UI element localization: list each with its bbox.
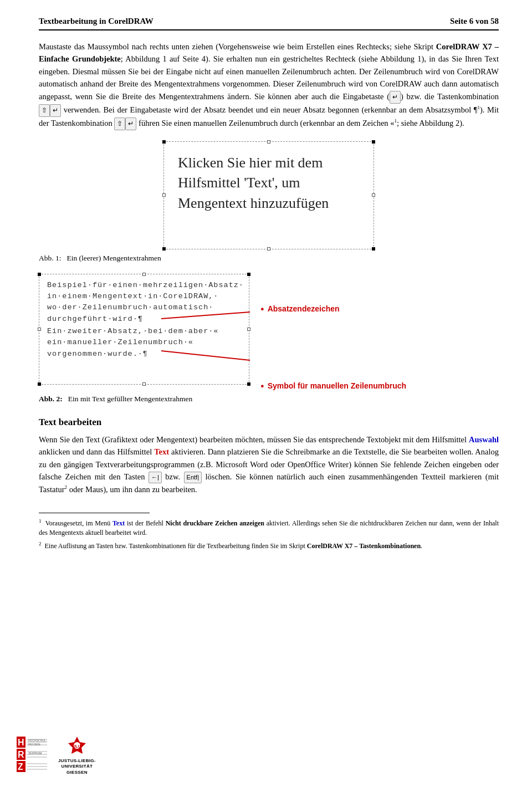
corner2-handle-br xyxy=(247,382,250,386)
footnote2-script-name: CorelDRAW X7 xyxy=(307,542,353,550)
footnotes-area: 1 Vorausgesetzt, im Menü Text ist der Be… xyxy=(39,518,499,551)
abb2-label-row: Abb. 2: Ein mit Text gefüllter Mengentex… xyxy=(39,395,499,403)
mid-handle-right xyxy=(372,193,375,197)
frame2-line2: in·einem·Mengentext·in·CorelDRAW,· xyxy=(47,291,241,302)
svg-text:H: H xyxy=(18,738,24,747)
mid2-handle-left xyxy=(38,328,41,331)
annotations-column: ● Absatzendezeichen ● Symbol für manuell… xyxy=(260,274,406,390)
frame2-content: Beispiel·für·einen·mehrzeiligen·Absatz· … xyxy=(39,274,249,366)
frame1-text: Klicken Sie hier mit dem Hilfsmittel 'Te… xyxy=(178,155,329,211)
uni-name-line2: UNIVERSITÄT xyxy=(58,764,96,769)
abb2-text: Ein mit Text gefüllter Mengentextrahmen xyxy=(68,395,193,403)
corner2-handle-bl xyxy=(38,382,41,386)
svg-text:ZENTRUM: ZENTRUM xyxy=(28,752,42,755)
mid-handle-top xyxy=(267,140,270,144)
svg-text:JLU: JLU xyxy=(73,744,80,748)
logo-area: H R Z HOCHSCHUL- xyxy=(17,734,96,775)
enter-key2-icon: ↵ xyxy=(50,104,61,117)
annotation-2-row: ● Symbol für manuellen Zeilenumbruch xyxy=(260,381,406,390)
figure-1-container: Klicken Sie hier mit dem Hilfsmittel 'Te… xyxy=(39,141,499,263)
section-heading-text-bearbeiten: Text bearbeiten xyxy=(39,417,499,428)
frame1-content: Klicken Sie hier mit dem Hilfsmittel 'Te… xyxy=(164,142,374,224)
uni-name-line1: JUSTUS-LIEBIG- xyxy=(58,758,96,764)
frame2-line3: wo·der·Zeilenumbruch·automatisch· xyxy=(47,302,241,313)
paragraph-1: Maustaste das Maussymbol nach rechts unt… xyxy=(39,40,499,130)
footnote1-menu-text: Text xyxy=(112,519,125,527)
text-frame-2: Beispiel·für·einen·mehrzeiligen·Absatz· … xyxy=(39,274,249,385)
mid2-handle-bottom xyxy=(142,382,146,386)
keyword-text: Text xyxy=(154,447,169,456)
mid2-handle-right xyxy=(247,328,250,331)
footnote-1: 1 Vorausgesetzt, im Menü Text ist der Be… xyxy=(39,518,499,538)
uni-name-line3: GIESSEN xyxy=(58,770,96,775)
frame2-line1: Beispiel·für·einen·mehrzeiligen·Absatz· xyxy=(47,280,241,291)
svg-text:HOCHSCHUL-: HOCHSCHUL- xyxy=(28,739,47,742)
abb2-label: Abb. 2: xyxy=(39,395,63,403)
shift-enter-combo: ⇧↵ xyxy=(39,104,61,117)
corner-handle-tr xyxy=(372,140,375,144)
corner2-handle-tl xyxy=(38,273,41,276)
footnote1-command: Nicht druckbare Zeichen anzeigen xyxy=(166,519,264,527)
page-header: Textbearbeitung in CorelDRAW Seite 6 von… xyxy=(39,17,499,30)
keyword-auswahl: Auswahl xyxy=(469,435,499,444)
mid-handle-bottom xyxy=(267,247,270,251)
enter-key-icon: ↵ xyxy=(390,91,401,104)
enter-key3-icon: ↵ xyxy=(125,117,136,130)
header-page: Seite 6 von 58 xyxy=(450,17,499,26)
abb1-label: Abb. 1: xyxy=(39,254,62,263)
hrz-logo: H R Z HOCHSCHUL- xyxy=(17,737,47,773)
abb1-label-row: Abb. 1: Ein (leerer) Mengentextrahmen xyxy=(39,254,499,263)
header-title: Textbearbeitung in CorelDRAW xyxy=(39,17,154,26)
shift-enter-combo2: ⇧↵ xyxy=(114,117,136,130)
university-crest-icon: JLU xyxy=(65,734,89,757)
svg-text:RECHEN-: RECHEN- xyxy=(28,743,41,746)
corner-handle-bl xyxy=(162,247,166,251)
corner2-handle-tr xyxy=(247,273,250,276)
page: Textbearbeitung in CorelDRAW Seite 6 von… xyxy=(0,0,532,792)
frame2-block2: Ein·zweiter·Absatz,·bei·dem·aber·« ein·m… xyxy=(47,326,241,360)
text-frame-1: Klicken Sie hier mit dem Hilfsmittel 'Te… xyxy=(163,141,374,249)
shift-key2-icon: ⇧ xyxy=(114,117,125,130)
figure-2-inner: Beispiel·für·einen·mehrzeiligen·Absatz· … xyxy=(39,274,499,390)
abb1-text: Ein (leerer) Mengentextrahmen xyxy=(67,254,161,263)
corner-handle-tl xyxy=(162,140,166,144)
university-name: JUSTUS-LIEBIG- UNIVERSITÄT GIESSEN xyxy=(58,758,96,775)
hrz-logo-graphic: H R Z HOCHSCHUL- xyxy=(17,737,47,773)
footnote-2: 2 Eine Auflistung an Tasten bzw. Tastenk… xyxy=(39,540,499,551)
hrz-svg-icon: H R Z HOCHSCHUL- xyxy=(17,737,47,773)
annotation-1-row: ● Absatzendezeichen xyxy=(260,304,406,313)
shift-key-icon: ⇧ xyxy=(39,104,50,117)
mid2-handle-top xyxy=(142,273,146,276)
footnote-1-num: 1 xyxy=(39,518,42,524)
paragraph-2: Wenn Sie den Text (Grafiktext oder Menge… xyxy=(39,433,499,496)
footnote-2-num: 2 xyxy=(39,541,42,546)
svg-text:Z: Z xyxy=(18,762,23,771)
p1-text: Maustaste das Maussymbol nach rechts unt… xyxy=(39,42,499,127)
annotation-2-text: Symbol für manuellen Zeilenumbruch xyxy=(268,381,406,390)
backspace-key-icon: ←| xyxy=(149,472,162,483)
frame2-line4: durchgeführt·wird·¶ xyxy=(47,314,241,325)
svg-text:R: R xyxy=(18,750,24,759)
footnote2-script-name2: – Tastenkombinationen xyxy=(354,542,421,550)
figure-2-container: Beispiel·für·einen·mehrzeiligen·Absatz· … xyxy=(39,274,499,403)
corner-handle-br xyxy=(372,247,375,251)
footer-separator xyxy=(39,513,150,513)
annotation-1-text: Absatzendezeichen xyxy=(268,304,340,313)
del-key-icon: Entf| xyxy=(184,472,202,483)
mid-handle-left xyxy=(162,193,166,197)
university-logo: JLU JUSTUS-LIEBIG- UNIVERSITÄT GIESSEN xyxy=(58,734,96,775)
